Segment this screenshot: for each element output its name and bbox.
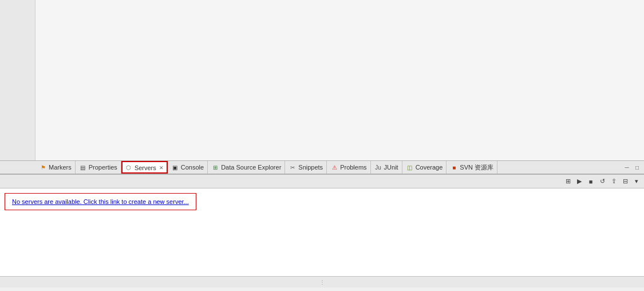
tab-problems[interactable]: ⚠Problems [327,161,370,174]
panel-minimize-btn[interactable]: ─ [622,163,631,172]
stop-btn[interactable]: ■ [586,176,596,187]
properties-tab-icon: ▤ [79,163,87,171]
tab-junit[interactable]: JuJUnit [371,161,402,174]
console-tab-label: Console [181,164,204,171]
problems-tab-label: Problems [340,164,366,171]
new-server-btn[interactable]: ⊞ [563,176,573,187]
status-bar: ⋮ [0,276,644,288]
panel-toolbar: ⊞▶■↺⇪⊟▾ [0,175,644,188]
tab-bar: ⚑Markers▤Properties⬡Servers✕▣Console⊞Dat… [0,160,644,174]
problems-tab-icon: ⚠ [330,163,338,171]
tab-console[interactable]: ▣Console [168,161,208,174]
tab-snippets[interactable]: ✂Snippets [285,161,327,174]
menu-btn[interactable]: ▾ [631,176,642,187]
properties-tab-label: Properties [89,164,117,171]
tab-bar-end: ─ □ [622,161,644,174]
columns-btn[interactable]: ⊟ [620,176,630,187]
tab-markers[interactable]: ⚑Markers [35,161,76,174]
bottom-panel: ⊞▶■↺⇪⊟▾ No servers are available. Click … [0,174,644,276]
svn-tab-icon: ■ [450,163,458,171]
datasource-tab-icon: ⊞ [211,163,219,171]
svn-tab-label: SVN 资源库 [460,163,493,172]
panel-content: No servers are available. Click this lin… [0,188,644,276]
no-servers-box: No servers are available. Click this lin… [5,193,196,210]
coverage-tab-icon: ◫ [406,163,414,171]
markers-tab-label: Markers [49,164,72,171]
start-btn[interactable]: ▶ [574,176,584,187]
junit-tab-label: JUnit [384,164,398,171]
panel-maximize-btn[interactable]: □ [633,163,642,172]
junit-tab-icon: Ju [374,163,382,171]
snippets-tab-icon: ✂ [289,163,297,171]
publish-btn[interactable]: ⇪ [609,176,619,187]
servers-tab-label: Servers [135,164,156,171]
console-tab-icon: ▣ [171,163,179,171]
servers-tab-close[interactable]: ✕ [159,165,164,171]
no-servers-link[interactable]: No servers are available. Click this lin… [10,196,191,207]
tab-bar-inner: ⚑Markers▤Properties⬡Servers✕▣Console⊞Dat… [35,161,622,174]
left-gutter [0,0,35,160]
datasource-tab-label: Data Source Explorer [221,164,281,171]
tab-servers[interactable]: ⬡Servers✕ [121,161,168,174]
servers-tab-icon: ⬡ [125,164,133,172]
editor-content [35,0,644,160]
editor-area [0,0,644,160]
tab-svn[interactable]: ■SVN 资源库 [447,161,497,174]
restart-btn[interactable]: ↺ [597,176,607,187]
tab-coverage[interactable]: ◫Coverage [402,161,447,174]
status-dots: ⋮ [319,279,325,285]
markers-tab-icon: ⚑ [39,163,47,171]
coverage-tab-label: Coverage [416,164,443,171]
snippets-tab-label: Snippets [298,164,323,171]
tab-datasource[interactable]: ⊞Data Source Explorer [208,161,285,174]
tab-properties[interactable]: ▤Properties [76,161,121,174]
